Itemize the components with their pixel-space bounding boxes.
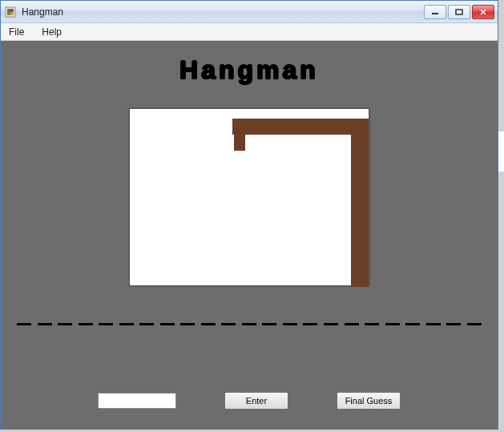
letter-blank	[221, 323, 236, 325]
letter-blank	[446, 323, 461, 325]
minimize-button[interactable]	[424, 5, 446, 19]
letter-blank	[79, 323, 93, 325]
letter-blank	[242, 323, 256, 325]
svg-rect-2	[10, 9, 14, 12]
svg-rect-6	[456, 10, 462, 14]
letter-blank	[139, 323, 154, 325]
guess-input[interactable]	[98, 393, 176, 409]
client-area: Hangman Enter Final Guess	[1, 41, 498, 429]
letter-blank	[405, 323, 420, 325]
letter-blank	[262, 323, 276, 325]
titlebar: Hangman	[1, 1, 498, 23]
letter-blank	[385, 323, 400, 325]
hangman-canvas	[129, 108, 369, 286]
app-window: Hangman File Help Hangman Enter	[0, 0, 498, 430]
svg-rect-1	[7, 9, 10, 12]
gallows-beam	[232, 119, 369, 135]
enter-button[interactable]: Enter	[224, 392, 288, 410]
letter-blank	[119, 323, 134, 325]
svg-rect-5	[432, 13, 438, 14]
letter-blank	[303, 323, 317, 325]
svg-rect-4	[10, 12, 14, 15]
maximize-button[interactable]	[448, 5, 470, 19]
menu-file[interactable]: File	[6, 25, 27, 39]
letter-blank	[99, 323, 113, 325]
svg-rect-3	[7, 12, 10, 15]
word-blanks	[17, 323, 482, 325]
controls-row: Enter Final Guess	[1, 392, 498, 410]
letter-blank	[201, 323, 216, 325]
app-icon	[4, 6, 17, 18]
letter-blank	[467, 323, 482, 325]
letter-blank	[283, 323, 297, 325]
letter-blank	[160, 323, 175, 325]
window-controls	[424, 5, 494, 19]
final-guess-button[interactable]: Final Guess	[337, 392, 401, 410]
menu-help[interactable]: Help	[38, 25, 65, 39]
letter-blank	[38, 323, 52, 325]
gallows-rope	[234, 133, 245, 151]
letter-blank	[426, 323, 441, 325]
window-title: Hangman	[22, 6, 424, 18]
scrollbar-artifact	[498, 131, 504, 172]
gallows-post	[351, 119, 369, 287]
letter-blank	[180, 323, 195, 325]
letter-blank	[365, 323, 379, 325]
letter-blank	[58, 323, 72, 325]
close-button[interactable]	[472, 5, 494, 19]
letter-blank	[345, 323, 359, 325]
letter-blank	[17, 323, 31, 325]
letter-blank	[324, 323, 338, 325]
menubar: File Help	[1, 23, 498, 41]
game-title: Hangman	[179, 55, 319, 85]
